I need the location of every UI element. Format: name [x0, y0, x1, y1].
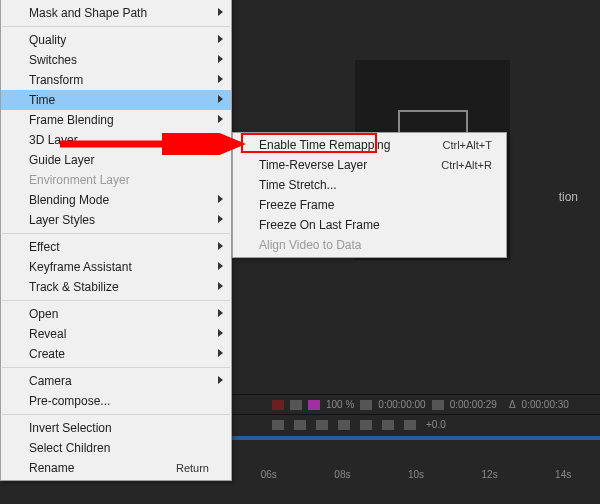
submenu-item-freeze-on-last-frame[interactable]: Freeze On Last Frame	[233, 215, 506, 235]
menu-item-transform[interactable]: Transform	[1, 70, 231, 90]
submenu-arrow-icon	[218, 329, 223, 337]
submenu-item-label: Time Stretch...	[259, 178, 337, 192]
menu-item-blending-mode[interactable]: Blending Mode	[1, 190, 231, 210]
menu-item-label: Select Children	[29, 441, 110, 455]
menu-item-label: Keyframe Assistant	[29, 260, 132, 274]
menu-item-label: Environment Layer	[29, 173, 130, 187]
tool-icon[interactable]	[382, 420, 394, 430]
time-start[interactable]: 0:00:00:00	[378, 399, 425, 410]
gear-icon[interactable]	[404, 420, 416, 430]
submenu-item-label: Align Video to Data	[259, 238, 362, 252]
menu-item-camera[interactable]: Camera	[1, 371, 231, 391]
menu-item-label: Camera	[29, 374, 72, 388]
submenu-arrow-icon	[218, 349, 223, 357]
time-end[interactable]: 0:00:00:29	[450, 399, 497, 410]
menu-item-invert-selection[interactable]: Invert Selection	[1, 418, 231, 438]
tool-icon[interactable]	[360, 420, 372, 430]
menu-item-label: Effect	[29, 240, 59, 254]
menu-item-label: Transform	[29, 73, 83, 87]
submenu-item-label: Freeze On Last Frame	[259, 218, 380, 232]
submenu-item-time-reverse-layer[interactable]: Time-Reverse LayerCtrl+Alt+R	[233, 155, 506, 175]
offset-value[interactable]: +0.0	[426, 419, 446, 430]
ruler-tick: 08s	[334, 469, 350, 480]
menu-separator	[2, 233, 230, 234]
submenu-item-label: Enable Time Remapping	[259, 138, 390, 152]
menu-item-label: Open	[29, 307, 58, 321]
menu-item-label: Mask and Shape Path	[29, 6, 147, 20]
menu-separator	[2, 414, 230, 415]
menu-separator	[2, 26, 230, 27]
menu-item-label: Create	[29, 347, 65, 361]
menu-item-frame-blending[interactable]: Frame Blending	[1, 110, 231, 130]
menu-item-label: Quality	[29, 33, 66, 47]
menu-item-rename[interactable]: RenameReturn	[1, 458, 231, 478]
preview-label-fragment: tion	[559, 190, 578, 204]
zoom-value[interactable]: 100 %	[326, 399, 354, 410]
submenu-arrow-icon	[218, 35, 223, 43]
submenu-arrow-icon	[218, 262, 223, 270]
menu-item-label: Invert Selection	[29, 421, 112, 435]
submenu-arrow-icon	[218, 195, 223, 203]
submenu-arrow-icon	[218, 55, 223, 63]
tool-icon[interactable]	[338, 420, 350, 430]
tool-icon[interactable]	[432, 400, 444, 410]
submenu-item-freeze-frame[interactable]: Freeze Frame	[233, 195, 506, 215]
submenu-item-label: Time-Reverse Layer	[259, 158, 367, 172]
menu-item-open[interactable]: Open	[1, 304, 231, 324]
submenu-arrow-icon	[218, 376, 223, 384]
submenu-arrow-icon	[218, 309, 223, 317]
menu-item-label: Rename	[29, 461, 74, 475]
tool-icon[interactable]	[272, 420, 284, 430]
submenu-arrow-icon	[218, 115, 223, 123]
submenu-arrow-icon	[218, 95, 223, 103]
submenu-arrow-icon	[218, 75, 223, 83]
submenu-item-shortcut: Ctrl+Alt+T	[442, 139, 492, 151]
menu-item-label: Layer Styles	[29, 213, 95, 227]
menu-item-select-children[interactable]: Select Children	[1, 438, 231, 458]
submenu-item-align-video-to-data: Align Video to Data	[233, 235, 506, 255]
submenu-item-time-stretch-[interactable]: Time Stretch...	[233, 175, 506, 195]
submenu-item-shortcut: Ctrl+Alt+R	[441, 159, 492, 171]
menu-item-reveal[interactable]: Reveal	[1, 324, 231, 344]
swatch-icon[interactable]	[272, 400, 284, 410]
menu-item-layer-styles[interactable]: Layer Styles	[1, 210, 231, 230]
context-menu[interactable]: MaskMask and Shape PathQualitySwitchesTr…	[0, 0, 232, 481]
menu-item-create[interactable]: Create	[1, 344, 231, 364]
menu-item-guide-layer[interactable]: Guide Layer	[1, 150, 231, 170]
menu-item-quality[interactable]: Quality	[1, 30, 231, 50]
menu-item-switches[interactable]: Switches	[1, 50, 231, 70]
menu-item-label: Pre-compose...	[29, 394, 110, 408]
timeline-toolbar-2: +0.0	[232, 414, 600, 434]
camera-icon[interactable]	[294, 420, 306, 430]
menu-item-label: Switches	[29, 53, 77, 67]
ruler-tick: 12s	[482, 469, 498, 480]
menu-item-label: Blending Mode	[29, 193, 109, 207]
timeline-toolbar-1: 100 % 0:00:00:00 0:00:00:29 Δ 0:00:00:30	[232, 394, 600, 414]
time-delta[interactable]: 0:00:00:30	[522, 399, 569, 410]
menu-item-keyframe-assistant[interactable]: Keyframe Assistant	[1, 257, 231, 277]
menu-item-effect[interactable]: Effect	[1, 237, 231, 257]
swatch-icon[interactable]	[308, 400, 320, 410]
tool-icon[interactable]	[316, 420, 328, 430]
timeline-ruler[interactable]: 06s 08s 10s 12s 14s	[232, 464, 600, 484]
menu-item-time[interactable]: Time	[1, 90, 231, 110]
menu-item-shortcut: Return	[176, 462, 209, 474]
menu-item-pre-compose-[interactable]: Pre-compose...	[1, 391, 231, 411]
timeline-strip[interactable]	[232, 436, 600, 440]
menu-item-label: Reveal	[29, 327, 66, 341]
ruler-tick: 14s	[555, 469, 571, 480]
menu-item-mask-and-shape-path[interactable]: Mask and Shape Path	[1, 3, 231, 23]
submenu-item-label: Freeze Frame	[259, 198, 334, 212]
menu-item-label: Frame Blending	[29, 113, 114, 127]
menu-item-3d-layer[interactable]: 3D Layer	[1, 130, 231, 150]
time-submenu[interactable]: Enable Time RemappingCtrl+Alt+TTime-Reve…	[232, 132, 507, 258]
tool-icon[interactable]	[290, 400, 302, 410]
tool-icon[interactable]	[360, 400, 372, 410]
menu-item-track-stabilize[interactable]: Track & Stabilize	[1, 277, 231, 297]
submenu-item-enable-time-remapping[interactable]: Enable Time RemappingCtrl+Alt+T	[233, 135, 506, 155]
timeline-panel: 100 % 0:00:00:00 0:00:00:29 Δ 0:00:00:30…	[232, 394, 600, 504]
submenu-arrow-icon	[218, 282, 223, 290]
submenu-arrow-icon	[218, 215, 223, 223]
menu-item-environment-layer: Environment Layer	[1, 170, 231, 190]
ruler-tick: 10s	[408, 469, 424, 480]
